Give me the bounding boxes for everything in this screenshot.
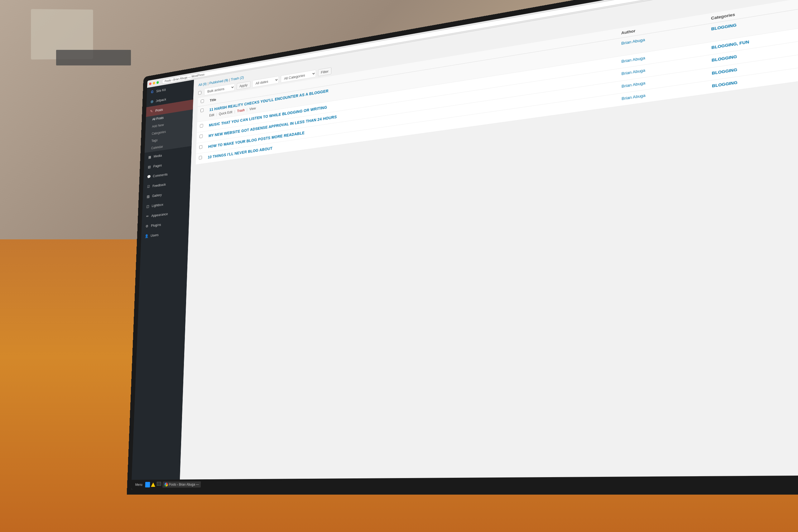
row-select-5[interactable]: [199, 156, 202, 159]
add-new-label: Add New: [152, 123, 164, 128]
sidebar-label-appearance: Appearance: [151, 212, 168, 217]
separator-1: |: [208, 81, 209, 86]
taskbar-start[interactable]: Menu: [133, 481, 144, 488]
select-all-checkbox[interactable]: [198, 91, 202, 95]
row-checkbox-4: [196, 142, 205, 154]
trash-action-1[interactable]: Trash: [237, 108, 245, 113]
view-action-1[interactable]: View: [249, 106, 256, 111]
sitekit-icon: G: [150, 89, 154, 94]
action-sep-2: |: [234, 110, 235, 113]
sidebar-label-gallery: Gallery: [152, 193, 162, 197]
wp-admin-layout: G Site Kit ⊕ Jetpack ✎ Posts All Posts: [131, 0, 798, 490]
pages-icon: ▤: [147, 164, 152, 170]
browser-min-dot[interactable]: [153, 82, 155, 84]
filter-button[interactable]: Filter: [318, 67, 332, 76]
sidebar-label-users: Users: [151, 233, 159, 238]
filter-trash-link[interactable]: Trash (2): [231, 75, 244, 82]
edit-action-1[interactable]: Edit: [209, 113, 214, 117]
row-select-4[interactable]: [199, 145, 202, 149]
comments-icon: 💬: [147, 174, 151, 179]
sidebar-label-posts: Posts: [155, 108, 163, 113]
row-select-2[interactable]: [200, 124, 203, 128]
lightbox-icon: ◫: [146, 204, 150, 209]
sidebar-label-jetpack: Jetpack: [156, 97, 167, 103]
tags-label: Tags: [152, 138, 158, 143]
sidebar-label-pages: Pages: [153, 163, 162, 168]
browser-max-dot[interactable]: [156, 81, 159, 84]
taskbar-ie-icon[interactable]: [145, 482, 150, 488]
categories-label: Categories: [152, 130, 166, 136]
posts-icon: ✎: [149, 109, 154, 114]
browser-close-dot[interactable]: [149, 82, 152, 85]
media-icon: ▦: [148, 154, 152, 159]
gallery-icon: ▨: [146, 194, 150, 199]
action-sep-3: |: [247, 108, 247, 111]
row-checkbox-3: [196, 131, 206, 144]
filter-published-link[interactable]: Published (9): [209, 78, 228, 85]
action-sep-1: |: [216, 113, 217, 116]
wp-main-content: All (9) | Published (9) | Trash (2) Bulk…: [179, 0, 798, 490]
desk-item-dark: [56, 50, 131, 65]
taskbar-explorer-icon[interactable]: [151, 482, 156, 488]
taskbar-terminal-icon[interactable]: _: [156, 482, 162, 488]
apply-button[interactable]: Apply: [236, 81, 250, 90]
row-select-1[interactable]: [201, 109, 204, 113]
users-icon: 👤: [144, 233, 149, 239]
row-select-3[interactable]: [200, 134, 203, 138]
chrome-icon: [164, 483, 168, 487]
select-all-header-checkbox[interactable]: [201, 99, 204, 103]
sidebar-label-comments: Comments: [153, 172, 168, 178]
jetpack-icon: ⊕: [150, 99, 154, 104]
wp-content-area: All (9) | Published (9) | Trash (2) Bulk…: [179, 0, 798, 490]
row-checkbox-1: [197, 105, 207, 122]
sidebar-label-media: Media: [154, 153, 162, 158]
laptop-bezel: Posts ‹ Brian Abuga — WordPress G Site K…: [127, 0, 798, 495]
sidebar-label-feedback: Feedback: [152, 182, 166, 188]
taskbar-active-label: Posts ‹ Brian Abuga —: [169, 482, 199, 487]
calendar-label: Calendar: [151, 145, 163, 150]
filter-all-link[interactable]: All (9): [198, 82, 207, 87]
laptop-screen: Posts ‹ Brian Abuga — WordPress G Site K…: [131, 0, 798, 490]
sidebar-label-plugins: Plugins: [151, 223, 161, 228]
appearance-icon: ✏: [145, 213, 150, 219]
all-posts-label: All Posts: [152, 116, 164, 121]
row-checkbox-5: [196, 153, 205, 165]
quick-edit-action-1[interactable]: Quick Edit: [219, 110, 232, 116]
separator-2: |: [229, 78, 230, 82]
taskbar-active-item[interactable]: Posts ‹ Brian Abuga —: [163, 481, 201, 488]
plugins-icon: ⚙: [145, 224, 149, 229]
sidebar-posts-submenu: All Posts Add New Categories Tags Calend…: [145, 109, 193, 153]
row-checkbox-2: [197, 120, 206, 133]
feedback-icon: ☑: [147, 184, 151, 189]
sidebar-label-sitekit: Site Kit: [156, 88, 166, 93]
sidebar-label-lightbox: Lightbox: [152, 202, 163, 208]
